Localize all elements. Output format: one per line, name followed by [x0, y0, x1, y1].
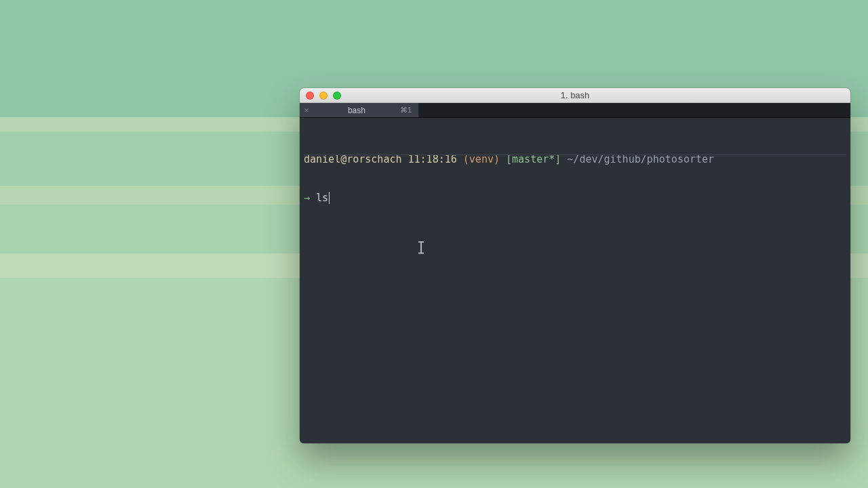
- tab-bash[interactable]: × bash ⌘1: [300, 103, 419, 117]
- window-titlebar[interactable]: 1. bash: [300, 88, 850, 103]
- tab-shortcut: ⌘1: [400, 106, 418, 115]
- terminal-viewport[interactable]: daniel@rorschach 11:18:16 (venv) [master…: [300, 118, 850, 443]
- tab-bar: × bash ⌘1: [300, 103, 850, 118]
- command-input[interactable]: ls: [316, 192, 330, 204]
- minimize-window-button[interactable]: [319, 92, 328, 100]
- traffic-lights: [300, 92, 341, 100]
- prompt-arrow-icon: →: [304, 192, 310, 204]
- zoom-window-button[interactable]: [333, 92, 341, 100]
- command-line[interactable]: → ls: [304, 192, 846, 205]
- close-tab-icon[interactable]: ×: [300, 106, 313, 115]
- prompt-separator: [304, 155, 846, 155]
- window-title: 1. bash: [300, 90, 850, 100]
- terminal-window: 1. bash × bash ⌘1 daniel@rorschach 11:18…: [300, 88, 850, 443]
- text-cursor-ibeam-icon: [418, 241, 424, 253]
- tab-label: bash: [313, 106, 400, 115]
- close-window-button[interactable]: [306, 92, 314, 100]
